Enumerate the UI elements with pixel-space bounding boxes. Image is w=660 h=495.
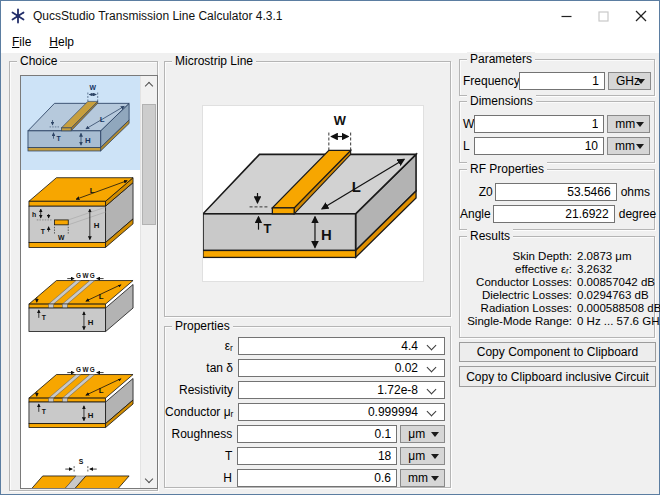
angle-input[interactable]: [493, 205, 615, 223]
tan-delta-label: tan δ: [165, 361, 238, 375]
copy-circuit-button[interactable]: Copy to Clipboard inclusive Circuit: [459, 366, 656, 387]
effective-er-value: 3.2632: [577, 263, 660, 276]
svg-text:W: W: [58, 234, 65, 241]
svg-text:H: H: [87, 411, 93, 420]
microstrip-diagram: W L T H: [203, 106, 423, 281]
choice-item-coupled-lines[interactable]: S: [21, 452, 140, 488]
choice-item-coplanar-waveguide[interactable]: G W G L T H: [21, 264, 140, 358]
scrollbar-thumb[interactable]: [142, 104, 156, 225]
svg-text:W: W: [82, 272, 89, 279]
conductor-mu-value[interactable]: [239, 404, 444, 420]
tan-delta-value[interactable]: [239, 360, 444, 376]
frequency-input[interactable]: [519, 72, 605, 90]
dielectric-losses-label: Dielectric Losses:: [460, 289, 572, 302]
resistivity-label: Resistivity: [165, 383, 238, 397]
width-unit-label: mm: [615, 117, 635, 131]
width-label: W: [463, 117, 474, 131]
frequency-label: Frequency: [463, 74, 519, 88]
parameters-group: Parameters Frequency GHz: [459, 59, 655, 96]
z0-input[interactable]: [495, 183, 617, 201]
menu-help-mnemonic: H: [49, 35, 58, 49]
svg-text:L: L: [98, 386, 103, 395]
choice-item-stripline[interactable]: L h T W H: [21, 170, 140, 264]
angle-unit-label: degree: [619, 207, 656, 221]
minimize-button[interactable]: [548, 1, 585, 31]
choice-scrollbar[interactable]: [140, 76, 157, 488]
close-button[interactable]: [622, 1, 659, 31]
dropdown-arrow-icon: [431, 476, 439, 481]
svg-text:T: T: [263, 221, 271, 236]
svg-text:h: h: [31, 211, 35, 218]
effective-er-label: effective εᵣ:: [460, 263, 572, 276]
conductor-mu-label: Conductor μᵣ: [165, 405, 238, 419]
length-unit-select[interactable]: mm: [607, 137, 650, 155]
scroll-up-button[interactable]: [141, 76, 157, 93]
microstrip-diagram-image: W L T H: [202, 105, 424, 282]
chevron-down-icon: [145, 474, 153, 482]
radiation-losses-label: Radiation Losses:: [460, 302, 572, 315]
length-input[interactable]: [474, 137, 604, 155]
scroll-down-button[interactable]: [141, 471, 157, 488]
skin-depth-value: 2.0873 μm: [577, 250, 660, 263]
t-label: T: [165, 449, 237, 463]
epsilon-r-label: εᵣ: [165, 339, 238, 353]
z0-label: Z0: [460, 185, 495, 199]
width-input[interactable]: [474, 115, 604, 133]
copy-component-button-label: Copy Component to Clipboard: [477, 345, 638, 359]
copy-component-button[interactable]: Copy Component to Clipboard: [459, 342, 656, 362]
svg-text:W: W: [334, 113, 347, 128]
roughness-unit-select[interactable]: μm: [400, 425, 445, 443]
h-input[interactable]: [237, 469, 397, 487]
microstrip-line-group-title: Microstrip Line: [172, 54, 256, 69]
qucsstudio-star-icon: [10, 8, 26, 24]
dielectric-losses-value: 0.0294763 dB: [577, 289, 660, 302]
title-bar: QucsStudio Transmission Line Calculator …: [1, 1, 659, 31]
svg-text:W: W: [82, 366, 89, 373]
epsilon-r-combo[interactable]: [238, 337, 445, 355]
roughness-label: Roughness: [165, 427, 237, 441]
menu-item-file[interactable]: File: [3, 33, 40, 51]
conductor-mu-combo[interactable]: [238, 403, 445, 421]
client-area: Choice: [1, 53, 659, 494]
choice-item-microstrip[interactable]: W L T H: [21, 76, 140, 170]
window-title: QucsStudio Transmission Line Calculator …: [33, 9, 282, 23]
maximize-icon: [598, 11, 609, 22]
frequency-unit-select[interactable]: GHz: [608, 72, 651, 90]
resistivity-value[interactable]: [239, 382, 444, 398]
epsilon-r-value[interactable]: [239, 338, 444, 354]
svg-text:L: L: [98, 292, 103, 301]
svg-text:S: S: [78, 458, 83, 465]
length-label: L: [463, 139, 474, 153]
choice-listbox: W L T H: [20, 75, 158, 489]
choice-item-grounded-coplanar-waveguide[interactable]: G W G L T H: [21, 358, 140, 452]
svg-text:G: G: [76, 272, 81, 279]
grounded-coplanar-thumbnail-image: G W G L T H: [27, 362, 135, 446]
close-icon: [635, 10, 647, 22]
single-mode-range-label: Single-Mode Range:: [460, 315, 572, 328]
tan-delta-combo[interactable]: [238, 359, 445, 377]
menu-item-help[interactable]: Help: [40, 33, 83, 51]
svg-text:H: H: [321, 227, 332, 243]
app-window: QucsStudio Transmission Line Calculator …: [0, 0, 660, 495]
resistivity-combo[interactable]: [238, 381, 445, 399]
dimensions-group: Dimensions W mm L mm: [459, 101, 655, 163]
dropdown-arrow-icon: [637, 79, 645, 84]
coupled-lines-thumbnail-image: S: [27, 456, 135, 488]
width-unit-select[interactable]: mm: [607, 115, 650, 133]
t-input[interactable]: [237, 447, 397, 465]
h-unit-select[interactable]: mm: [400, 469, 445, 487]
svg-text:L: L: [89, 186, 94, 195]
svg-text:W: W: [89, 84, 96, 91]
roughness-input[interactable]: [237, 425, 397, 443]
chevron-up-icon: [145, 82, 153, 90]
dimensions-group-title: Dimensions: [467, 94, 536, 109]
menu-help-rest: elp: [58, 35, 74, 49]
properties-group: Properties εᵣ tan δ Resistivity: [164, 326, 451, 488]
conductor-losses-label: Conductor Losses:: [460, 276, 572, 289]
t-unit-select[interactable]: μm: [400, 447, 445, 465]
roughness-unit-label: μm: [408, 427, 425, 441]
maximize-button[interactable]: [585, 1, 622, 31]
choice-group-title: Choice: [17, 54, 60, 69]
dropdown-arrow-icon: [636, 122, 644, 127]
t-unit-label: μm: [408, 449, 425, 463]
